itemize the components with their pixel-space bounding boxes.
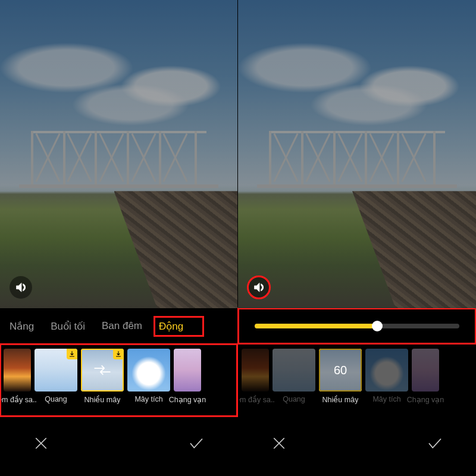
editor-screen-slider: êm đầy sa.. Quang 60 Nhiều mây Mây tích …	[238, 0, 476, 476]
mute-icon	[14, 281, 27, 294]
confirm-button[interactable]	[419, 427, 451, 459]
mute-icon	[252, 281, 265, 294]
close-icon	[270, 434, 288, 452]
filter-strip-wrap: êm đầy sa.. Quang 60 Nhiều mây Mây tích …	[238, 344, 476, 416]
filter-maytich[interactable]: Mây tích	[127, 349, 170, 403]
preview-dim-overlay	[0, 0, 237, 308]
filter-label: Mây tích	[372, 395, 400, 403]
cancel-button[interactable]	[263, 427, 295, 459]
filter-label: êm đầy sa..	[239, 395, 275, 404]
mute-button[interactable]	[248, 276, 270, 299]
filter-nhieumay[interactable]: 60 Nhiều mây	[319, 349, 362, 404]
filter-strip[interactable]: êm đầy sa.. Quang Nhiều mây Mây	[1, 344, 236, 413]
tab-buoitoi[interactable]: Buổi tối	[46, 317, 90, 336]
tab-bandem[interactable]: Ban đêm	[97, 317, 147, 336]
bottom-actions	[0, 416, 237, 476]
download-icon	[67, 349, 77, 359]
tab-dong[interactable]: Động	[154, 317, 203, 336]
filter-label: Nhiều mây	[322, 395, 359, 404]
motion-arrows-icon	[81, 349, 124, 392]
filter-label: Chạng vạn	[407, 395, 444, 404]
effect-category-tabs: Nắng Buổi tối Ban đêm Động	[0, 308, 237, 344]
filter-quang[interactable]: Quang	[273, 349, 315, 403]
cancel-button[interactable]	[25, 427, 57, 459]
tab-nang[interactable]: Nắng	[5, 317, 39, 336]
slider-handle[interactable]	[372, 321, 383, 331]
filter-label: Quang	[283, 395, 305, 403]
photo-preview	[238, 0, 476, 308]
filter-nhieumay[interactable]: Nhiều mây	[81, 349, 124, 404]
filter-emdaysa[interactable]: êm đầy sa..	[242, 349, 269, 404]
editor-screen-tabs: Nắng Buổi tối Ban đêm Động êm đầy sa.. Q…	[0, 0, 238, 476]
mute-button[interactable]	[10, 276, 32, 299]
confirm-button[interactable]	[180, 427, 212, 459]
filter-maytich[interactable]: Mây tích	[365, 349, 408, 403]
slider-fill	[255, 324, 377, 328]
filter-changvan[interactable]: Chạng vạn	[174, 349, 201, 404]
filter-label: Quang	[45, 395, 67, 403]
intensity-slider[interactable]	[255, 324, 459, 328]
photo-preview	[0, 0, 237, 308]
filter-quang[interactable]: Quang	[35, 349, 77, 403]
filter-changvan[interactable]: Chạng vạn	[412, 349, 439, 404]
filter-label: êm đầy sa..	[1, 395, 37, 404]
preview-dim-overlay	[238, 0, 476, 308]
filter-label: Nhiều mây	[84, 395, 121, 404]
filter-emdaysa[interactable]: êm đầy sa..	[4, 349, 31, 404]
filter-strip-wrap: êm đầy sa.. Quang Nhiều mây Mây	[0, 344, 237, 416]
filter-label: Chạng vạn	[169, 395, 206, 404]
filter-intensity-value: 60	[319, 349, 362, 392]
intensity-slider-row	[238, 308, 476, 344]
filter-strip[interactable]: êm đầy sa.. Quang 60 Nhiều mây Mây tích …	[239, 344, 475, 413]
close-icon	[32, 434, 50, 452]
check-icon	[187, 434, 205, 452]
bottom-actions	[238, 416, 476, 476]
filter-label: Mây tích	[134, 395, 162, 403]
check-icon	[426, 434, 444, 452]
